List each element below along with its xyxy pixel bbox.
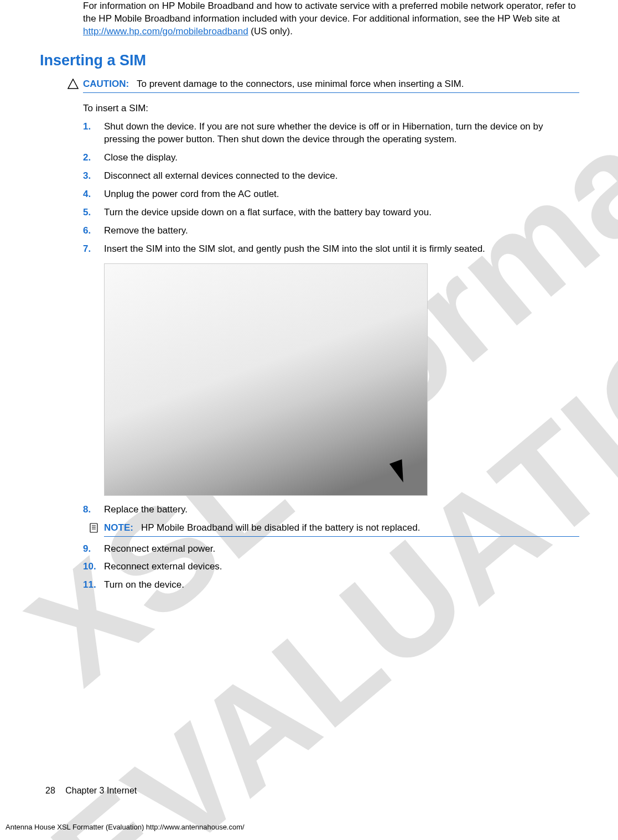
caution-label: CAUTION: — [83, 79, 129, 89]
hp-broadband-link[interactable]: http://www.hp.com/go/mobilebroadband — [83, 26, 248, 37]
list-item: 5.Turn the device upside down on a flat … — [83, 206, 579, 219]
step-text: Turn on the device. — [104, 579, 579, 592]
note-text-row: NOTE: HP Mobile Broadband will be disabl… — [104, 522, 579, 537]
step-text: Unplug the power cord from the AC outlet… — [104, 188, 579, 201]
step-number: 6. — [83, 225, 104, 237]
list-item: 9.Reconnect external power. — [83, 543, 579, 556]
list-item: 4.Unplug the power cord from the AC outl… — [83, 188, 579, 201]
list-item: 2.Close the display. — [83, 152, 579, 164]
step-text: Close the display. — [104, 152, 579, 164]
page-number: 28 — [45, 786, 55, 795]
step-number: 3. — [83, 170, 104, 183]
step-text: Reconnect external devices. — [104, 561, 579, 573]
caution-text-row: CAUTION: To prevent damage to the connec… — [83, 78, 579, 93]
intro-text-before: For information on HP Mobile Broadband a… — [83, 1, 576, 24]
note-body: HP Mobile Broadband will be disabled if … — [141, 522, 420, 533]
lead-text: To insert a SIM: — [83, 102, 579, 115]
list-item: 10.Reconnect external devices. — [83, 561, 579, 573]
intro-paragraph: For information on HP Mobile Broadband a… — [83, 0, 579, 38]
step-number: 4. — [83, 188, 104, 201]
list-item: 6.Remove the battery. — [83, 225, 579, 237]
caution-icon — [67, 79, 80, 94]
section-heading: Inserting a SIM — [40, 50, 579, 70]
sim-insert-illustration — [104, 263, 428, 496]
step-number: 5. — [83, 206, 104, 219]
page-footer: 28 Chapter 3 Internet — [45, 785, 137, 797]
step-number: 2. — [83, 152, 104, 164]
step-number: 1. — [83, 121, 104, 133]
list-item: 7.Insert the SIM into the SIM slot, and … — [83, 243, 579, 256]
step-number: 8. — [83, 504, 104, 516]
intro-text-after: (US only). — [248, 26, 293, 37]
step-8-wrap: 8. Replace the battery. — [83, 504, 579, 516]
note-callout: NOTE: HP Mobile Broadband will be disabl… — [89, 522, 579, 537]
steps-list-b: 9.Reconnect external power.10.Reconnect … — [83, 543, 579, 592]
list-item: 8. Replace the battery. — [83, 504, 579, 516]
list-item: 11.Turn on the device. — [83, 579, 579, 592]
caution-body: To prevent damage to the connectors, use… — [137, 79, 464, 89]
svg-rect-1 — [90, 523, 97, 532]
svg-marker-0 — [68, 79, 78, 89]
chapter-label: Chapter 3 Internet — [65, 786, 137, 795]
page-content: For information on HP Mobile Broadband a… — [0, 0, 618, 840]
formatter-line: Antenna House XSL Formatter (Evaluation)… — [6, 822, 245, 832]
step-text: Disconnect all external devices connecte… — [104, 170, 579, 183]
step-text: Reconnect external power. — [104, 543, 579, 556]
note-label: NOTE: — [104, 522, 133, 533]
step-number: 11. — [83, 579, 104, 592]
list-item: 3.Disconnect all external devices connec… — [83, 170, 579, 183]
note-icon — [89, 522, 101, 537]
caution-callout: CAUTION: To prevent damage to the connec… — [67, 78, 579, 94]
step-number: 10. — [83, 561, 104, 573]
steps-list-a: 1.Shut down the device. If you are not s… — [83, 121, 579, 256]
step-text: Replace the battery. — [104, 504, 579, 516]
list-item: 1.Shut down the device. If you are not s… — [83, 121, 579, 146]
step-number: 9. — [83, 543, 104, 556]
step-number: 7. — [83, 243, 104, 256]
step-text: Remove the battery. — [104, 225, 579, 237]
step-text: Insert the SIM into the SIM slot, and ge… — [104, 243, 579, 256]
step-text: Shut down the device. If you are not sur… — [104, 121, 579, 146]
step-text: Turn the device upside down on a flat su… — [104, 206, 579, 219]
